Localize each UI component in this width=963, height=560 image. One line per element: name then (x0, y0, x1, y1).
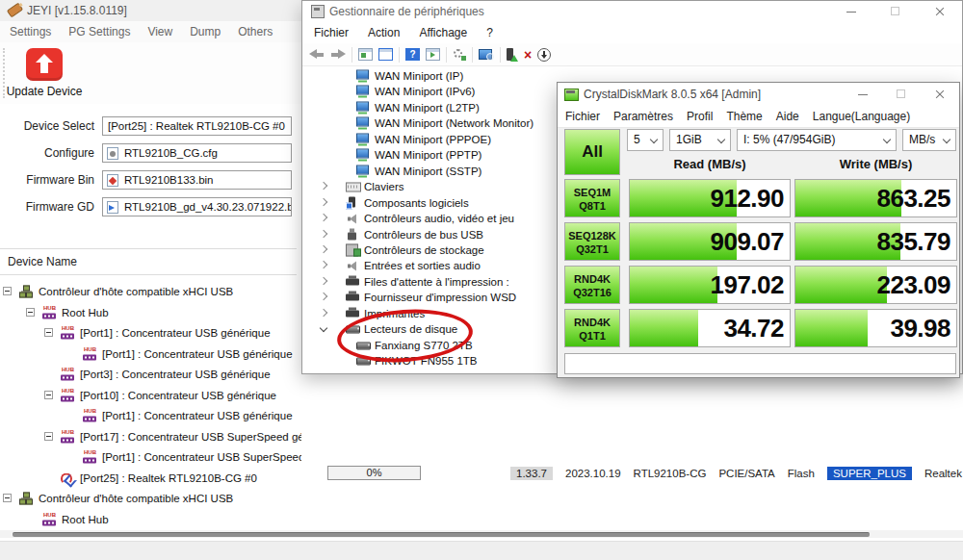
test-queue: Q1T1 (565, 329, 619, 343)
collapsed-chevron-icon[interactable] (320, 309, 327, 317)
collapsed-chevron-icon[interactable] (320, 197, 327, 205)
tree-row[interactable]: HUBRoot Hub (0, 303, 301, 322)
expanded-chevron-icon[interactable] (320, 324, 327, 332)
console-tree-icon[interactable] (358, 48, 373, 61)
configure-input[interactable]: RTL9210B_CG.cfg (102, 143, 292, 163)
jeyi-menu-settings[interactable]: Settings (10, 25, 51, 38)
jeyi-menu-view[interactable]: View (147, 25, 172, 38)
jeyi-menu-dump[interactable]: Dump (190, 25, 221, 38)
jeyi-menu-others[interactable]: Others (238, 25, 273, 38)
firmware-gd-input[interactable]: RTL9210B_gd_v4.30.23.071922.bin (102, 197, 292, 216)
comment-input[interactable] (564, 353, 956, 374)
tree-row[interactable]: HUB[Port3] : Concentrateur USB générique (0, 365, 301, 384)
tree-row[interactable]: Contrôleur d'hôte compatible xHCI USB (0, 489, 301, 508)
update-device-button[interactable]: Update Device (6, 44, 83, 102)
run-all-button[interactable]: All (564, 129, 620, 175)
seq1m-q8t1-button[interactable]: SEQ1M Q8T1 (564, 179, 620, 217)
device-select-label: Device Select (0, 119, 94, 133)
window-controls (844, 83, 959, 106)
write-column-header: Write (MB/s) (794, 157, 957, 175)
tree-row[interactable]: HUB[Port1] : Concentrateur USB générique (0, 323, 301, 343)
write-result-cell: 835.79 (794, 222, 957, 261)
dm-menu-help[interactable]: ? (486, 26, 493, 39)
hub-icon: HUB (42, 513, 58, 525)
toolbar-separator (446, 47, 447, 63)
collapsed-chevron-icon[interactable] (320, 229, 327, 237)
status-interface: PCIE/SATA (718, 468, 774, 479)
collapsed-chevron-icon[interactable] (320, 214, 327, 221)
maximize-button[interactable] (873, 1, 918, 22)
rnd4k-q32t16-button[interactable]: RND4K Q32T16 (564, 266, 620, 304)
tree-row[interactable]: HUB[Port10] : Concentrateur USB génériqu… (0, 386, 301, 405)
cdm-menu-theme[interactable]: Thème (726, 110, 762, 123)
horizontal-scrollbar[interactable] (0, 530, 963, 538)
collapse-expander-icon[interactable] (3, 494, 12, 502)
unit-dropdown[interactable]: MB/s (902, 129, 956, 151)
tree-row[interactable]: HUB[Port1] : Concentrateur USB générique (0, 344, 301, 364)
collapse-expander-icon[interactable] (44, 328, 53, 337)
uninstall-device-icon[interactable]: × (524, 48, 532, 62)
test-count-dropdown[interactable]: 5 (627, 129, 664, 151)
collapsed-chevron-icon[interactable] (320, 245, 327, 253)
configure-label: Configure (0, 146, 94, 160)
properties-icon[interactable] (378, 48, 393, 61)
tree-row[interactable]: HUBRoot Hub (0, 510, 301, 529)
collapse-expander-icon[interactable] (26, 308, 35, 317)
tree-row[interactable]: Contrôleur d'hôte compatible xHCI USB (0, 282, 301, 301)
software-icon (346, 196, 361, 209)
tree-row[interactable]: HUB[Port17] : Concentrateur USB SuperSpe… (0, 427, 301, 446)
status-chip-model: RTL9210B-CG (634, 468, 707, 479)
minimize-button[interactable] (829, 1, 873, 22)
hub-icon: HUB (61, 327, 76, 340)
maximize-button[interactable] (882, 83, 921, 106)
update-driver-icon[interactable] (507, 48, 518, 62)
close-button[interactable] (918, 1, 962, 22)
seq128k-q32t1-button[interactable]: SEQ128K Q32T1 (564, 222, 620, 261)
read-value: 34.72 (630, 310, 784, 346)
scan-hardware-icon[interactable] (453, 48, 466, 61)
firmware-bin-input[interactable]: RTL9210B133.bin (102, 170, 292, 190)
cdm-menu-parametres[interactable]: Paramètres (613, 110, 673, 123)
jeyi-device-tree: Contrôleur d'hôte compatible xHCI USBHUB… (0, 282, 301, 534)
search-computer-icon[interactable] (479, 48, 494, 61)
minimize-button[interactable] (844, 83, 882, 106)
test-size-dropdown[interactable]: 1GiB (669, 129, 731, 151)
cdm-menu-aide[interactable]: Aide (776, 110, 799, 123)
help-icon[interactable]: ? (405, 48, 420, 61)
cdm-menu-langue[interactable]: Langue(Language) (813, 110, 910, 123)
scrollbar-thumb[interactable] (13, 532, 870, 537)
target-drive-dropdown[interactable]: I: 5% (47/954GiB) (737, 129, 897, 151)
unit-value: MB/s (909, 133, 935, 146)
collapsed-chevron-icon[interactable] (320, 277, 327, 285)
tree-row[interactable]: HUB[Port1] : Concentrateur USB générique (0, 406, 301, 425)
dm-menu-action[interactable]: Action (368, 26, 400, 39)
collapse-expander-icon[interactable] (3, 287, 12, 295)
device-select-input[interactable]: [Port25] : Realtek RTL9210B-CG #0 (102, 116, 292, 136)
collapse-expander-icon[interactable] (44, 391, 53, 399)
tree-row[interactable]: HUB[Port1] : Concentrateur USB SuperSpee… (0, 447, 301, 467)
jeyi-menu-pg-settings[interactable]: PG Settings (68, 25, 130, 38)
collapse-expander-icon[interactable] (44, 432, 53, 441)
tree-item-label: WAN Miniport (IP) (375, 70, 463, 82)
forward-icon[interactable] (330, 49, 346, 60)
tree-item-label: WAN Miniport (PPPOE) (375, 134, 491, 145)
collapsed-chevron-icon[interactable] (320, 293, 327, 300)
storage-icon (346, 243, 361, 256)
dm-menu-fichier[interactable]: Fichier (314, 26, 349, 39)
back-icon[interactable] (309, 49, 325, 60)
tree-row[interactable]: [Port25] : Realtek RTL9210B-CG #0 (0, 469, 301, 488)
close-button[interactable] (921, 83, 959, 106)
cdm-menu-fichier[interactable]: Fichier (565, 110, 600, 123)
action-pane-icon[interactable] (426, 48, 440, 61)
collapsed-chevron-icon[interactable] (320, 261, 327, 268)
network-icon (19, 493, 35, 505)
keyboard-icon (346, 181, 361, 193)
disable-device-icon[interactable] (537, 48, 551, 62)
firmware-bin-label: Firmware Bin (0, 173, 94, 187)
jeyi-window-title: JEYI [v1.15.8.0119] (27, 4, 127, 17)
cdm-menu-profil[interactable]: Profil (687, 110, 713, 123)
benchmark-row: SEQ128K Q32T1 909.07 835.79 (558, 222, 959, 261)
rnd4k-q1t1-button[interactable]: RND4K Q1T1 (564, 309, 620, 347)
dm-menu-affichage[interactable]: Affichage (419, 26, 467, 39)
collapsed-chevron-icon[interactable] (320, 182, 327, 190)
